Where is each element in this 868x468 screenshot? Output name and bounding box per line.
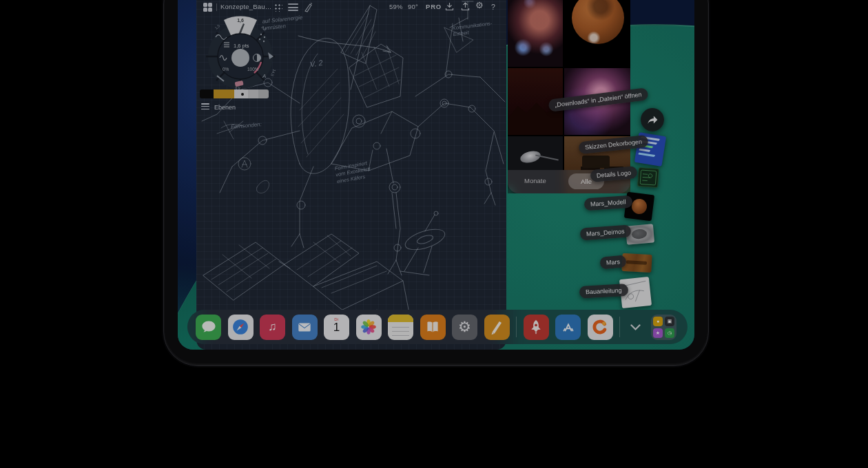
segment-months[interactable]: Monate — [524, 177, 546, 184]
settings-gear-glyph: ⚙ — [458, 319, 471, 335]
palette-grays[interactable] — [234, 89, 269, 98]
settings-gear-icon[interactable]: ⚙ — [475, 1, 484, 10]
dock-divider — [619, 317, 620, 337]
books-icon — [424, 318, 442, 336]
library-mini-star: ★ — [653, 328, 663, 338]
pen-icon — [488, 318, 506, 336]
share-forward-button[interactable] — [641, 108, 664, 131]
app-library-tile[interactable]: ● ▣ ★ ◷ — [651, 315, 676, 340]
opacity-max: 100% — [247, 67, 259, 72]
app-concepts[interactable] — [588, 315, 613, 340]
tool-wheel[interactable]: 1,6 A 1,5 8,5 14,5 8,9 — [200, 12, 280, 95]
stylus-icon[interactable] — [303, 2, 313, 12]
safari-icon — [231, 318, 249, 336]
palette-black[interactable] — [200, 89, 214, 98]
annotation-version: V. 2 — [309, 58, 324, 70]
app-settings[interactable]: ⚙ — [452, 315, 477, 340]
help-button[interactable]: ? — [491, 3, 495, 11]
app-store-icon — [559, 318, 577, 336]
app-messages[interactable] — [196, 315, 221, 340]
drag-item-label[interactable]: Bauanleitung — [579, 284, 628, 299]
photos-flower-icon — [360, 318, 378, 336]
messages-icon — [200, 318, 218, 336]
document-title: Konzepte_Bau… — [220, 3, 271, 10]
notes-line — [392, 327, 409, 328]
selection-lines-icon[interactable] — [288, 3, 298, 13]
wheel-size-2: 8,5 — [260, 25, 267, 32]
dock-divider — [516, 317, 517, 337]
chevron-down-icon — [630, 324, 641, 330]
pro-badge[interactable]: PRO — [426, 3, 442, 10]
app-notes[interactable] — [388, 315, 413, 340]
concepts-app-window[interactable]: auf Solarenergie umrüsten V. 2 Kommunika… — [196, 0, 506, 350]
gallery-grid-icon[interactable] — [203, 3, 212, 12]
notes-line — [392, 331, 409, 332]
photo-flame-nebula[interactable] — [508, 0, 563, 67]
rotation-value[interactable]: 90° — [408, 3, 418, 10]
library-mini-yellow: ● — [653, 317, 663, 326]
app-calendar[interactable]: Di 1 — [324, 315, 349, 340]
wheel-size-3: 14,5 — [270, 69, 277, 77]
app-sketch-pen[interactable] — [484, 315, 510, 340]
dock: ♫ Di 1 — [187, 310, 688, 344]
app-mail[interactable] — [292, 315, 318, 340]
opacity-min: 0% — [223, 67, 229, 72]
import-icon[interactable] — [445, 2, 454, 11]
library-mini-camera: ▣ — [665, 317, 674, 326]
wheel-size-1: 1,5 — [214, 23, 221, 30]
layers-menu-icon — [201, 103, 209, 111]
svg-text:A: A — [262, 73, 266, 79]
sticker-logo-green[interactable] — [637, 167, 659, 188]
mail-icon — [296, 318, 313, 336]
thumb-mars-map[interactable] — [621, 253, 652, 273]
brush-size-label: 1,6 pts — [234, 43, 249, 49]
photo-mars-globe[interactable] — [564, 0, 630, 67]
dock-collapse-chevron[interactable] — [627, 315, 645, 340]
music-note-icon: ♫ — [268, 320, 277, 334]
app-safari[interactable] — [228, 315, 254, 340]
palette-gold[interactable] — [214, 89, 234, 98]
active-size-label: 1,6 — [237, 18, 244, 23]
rocket-icon — [527, 318, 545, 336]
app-music[interactable]: ♫ — [260, 315, 285, 340]
color-palette-bar[interactable] — [200, 89, 269, 98]
forward-arrow-icon — [646, 114, 659, 125]
notes-line — [392, 335, 409, 337]
concepts-c-icon — [591, 318, 609, 336]
ipad-screen: auf Solarenergie umrüsten V. 2 Kommunika… — [178, 0, 694, 350]
circuit-doodle — [638, 168, 659, 187]
calendar-day: 1 — [324, 321, 349, 334]
precision-grid-icon[interactable] — [273, 3, 282, 12]
notes-band — [388, 315, 413, 322]
layers-button[interactable]: Ebenen — [201, 103, 236, 111]
palette-selection-dot — [241, 93, 244, 96]
library-mini-clock: ◷ — [665, 328, 674, 338]
stage: auf Solarenergie umrüsten V. 2 Kommunika… — [0, 0, 868, 468]
export-icon[interactable] — [461, 2, 470, 11]
app-rocket[interactable] — [524, 315, 549, 340]
app-photos[interactable] — [356, 315, 382, 340]
zoom-level[interactable]: 59% — [389, 3, 403, 10]
app-app-store[interactable] — [555, 315, 581, 340]
app-books[interactable] — [420, 315, 446, 340]
layers-label: Ebenen — [214, 104, 236, 111]
toolbar-divider — [216, 3, 217, 11]
